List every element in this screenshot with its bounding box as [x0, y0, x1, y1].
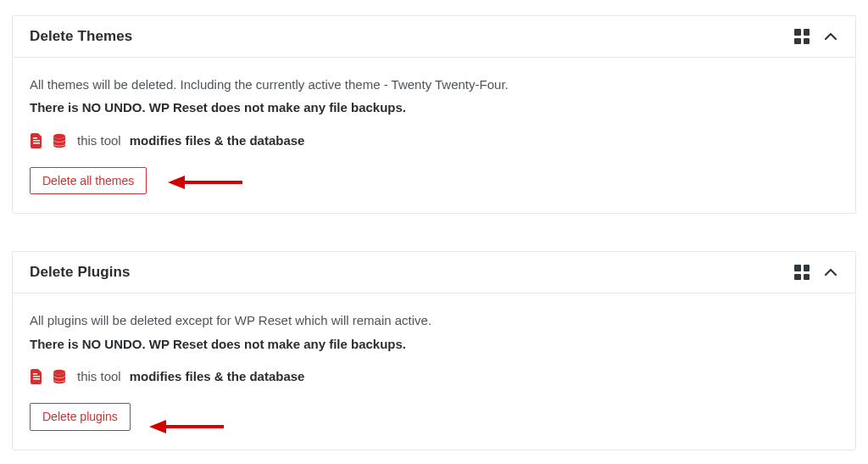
card-title: Delete Plugins — [30, 264, 131, 281]
card-title: Delete Themes — [30, 28, 132, 45]
modifies-strong: modifies files & the database — [130, 133, 305, 148]
card-description: All plugins will be deleted except for W… — [30, 310, 838, 330]
card-header-actions — [794, 29, 838, 44]
svg-point-0 — [53, 133, 65, 138]
card-delete-themes: Delete Themes All themes will be deleted… — [12, 15, 856, 214]
modifies-prefix: this tool — [77, 369, 121, 383]
card-description: All themes will be deleted. Including th… — [30, 75, 838, 94]
modifies-prefix: this tool — [77, 133, 121, 148]
file-icon — [30, 133, 43, 148]
card-header-actions — [794, 265, 838, 280]
card-warning: There is NO UNDO. WP Reset does not make… — [30, 98, 838, 117]
card-body: All themes will be deleted. Including th… — [13, 58, 855, 213]
modifies-strong: modifies files & the database — [130, 369, 305, 383]
database-icon — [52, 369, 67, 384]
modifies-row: this tool modifies files & the database — [30, 133, 838, 148]
card-header: Delete Plugins — [13, 252, 855, 293]
modifies-row: this tool modifies files & the database — [30, 369, 838, 384]
card-body: All plugins will be deleted except for W… — [13, 293, 855, 449]
grid-icon[interactable] — [794, 29, 810, 44]
file-icon — [30, 369, 43, 384]
chevron-up-icon[interactable] — [823, 29, 838, 44]
card-warning: There is NO UNDO. WP Reset does not make… — [30, 334, 838, 354]
grid-icon[interactable] — [794, 265, 810, 280]
delete-plugins-button[interactable]: Delete plugins — [30, 403, 131, 431]
svg-point-1 — [53, 369, 65, 374]
delete-all-themes-button[interactable]: Delete all themes — [30, 167, 147, 195]
card-delete-plugins: Delete Plugins All plugins will be delet… — [12, 251, 856, 450]
card-header: Delete Themes — [13, 16, 855, 58]
database-icon — [52, 133, 67, 148]
chevron-up-icon[interactable] — [823, 265, 838, 280]
